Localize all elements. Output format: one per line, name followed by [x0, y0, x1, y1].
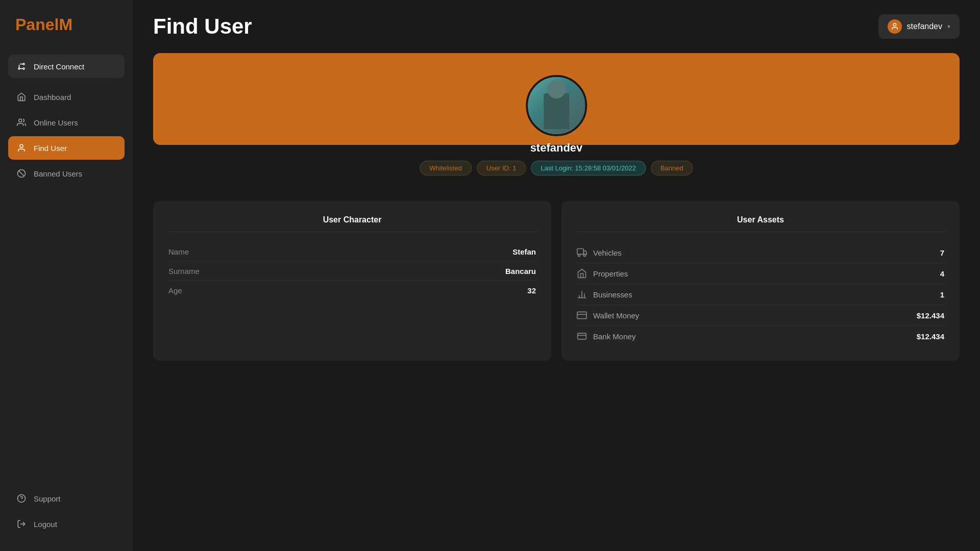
logo: PanelM	[0, 15, 133, 55]
logout-icon	[16, 519, 27, 529]
bank-icon	[577, 331, 587, 341]
avatar-small	[888, 19, 902, 34]
character-age-row: Age 32	[168, 281, 536, 300]
bank-value: $12.434	[917, 332, 944, 341]
user-name: stefandev	[907, 22, 942, 31]
chevron-down-icon: ▾	[947, 23, 950, 30]
user-dropdown[interactable]: stefandev ▾	[878, 14, 960, 39]
asset-vehicles-row: Vehicles 7	[577, 242, 944, 263]
profile-username: stefandev	[530, 141, 583, 155]
svg-point-16	[583, 254, 585, 256]
svg-point-2	[23, 68, 24, 69]
asset-vehicles-left: Vehicles	[577, 247, 622, 258]
name-label: Name	[168, 247, 189, 256]
main-content: Find User stefandev ▾ stefandev Whitelis…	[133, 0, 980, 551]
properties-label: Properties	[593, 269, 628, 278]
businesses-value: 1	[940, 290, 944, 299]
profile-badges: Whitelisted User ID: 1 Last Login: 15:28…	[420, 161, 693, 176]
bottom-nav: Support Logout	[0, 487, 133, 536]
vehicles-label: Vehicles	[593, 248, 622, 257]
bank-label: Bank Money	[593, 332, 635, 341]
badge-whitelisted: Whitelisted	[420, 161, 472, 176]
avatar-container: stefandev Whitelisted User ID: 1 Last Lo…	[420, 75, 693, 176]
asset-wallet-row: Wallet Money $12.434	[577, 305, 944, 326]
asset-businesses-left: Businesses	[577, 289, 632, 299]
sidebar-item-label: Dashboard	[34, 93, 71, 102]
svg-point-0	[18, 68, 20, 69]
sidebar-item-find-user[interactable]: Find User	[8, 136, 125, 160]
sidebar-item-banned-users[interactable]: Banned Users	[8, 162, 125, 185]
user-character-title: User Character	[168, 215, 536, 232]
svg-rect-14	[577, 249, 584, 255]
svg-line-9	[19, 171, 24, 177]
sidebar-item-label: Online Users	[34, 118, 78, 127]
age-label: Age	[168, 286, 182, 295]
surname-value: Bancaru	[505, 267, 536, 276]
page-title: Find User	[153, 14, 252, 39]
svg-rect-21	[577, 312, 586, 318]
users-icon	[16, 117, 27, 128]
home-icon	[16, 92, 27, 102]
support-icon	[16, 493, 27, 504]
badge-banned: Banned	[651, 161, 693, 176]
badge-userid: User ID: 1	[477, 161, 526, 176]
svg-point-7	[20, 144, 23, 147]
asset-wallet-left: Wallet Money	[577, 310, 639, 320]
logo-text: Panel	[15, 15, 59, 34]
asset-bank-row: Bank Money $12.434	[577, 326, 944, 346]
surname-label: Surname	[168, 267, 200, 276]
sidebar-item-direct-connect[interactable]: Direct Connect	[8, 55, 125, 78]
asset-properties-row: Properties 4	[577, 263, 944, 284]
name-value: Stefan	[512, 247, 536, 256]
sidebar-item-label: Logout	[34, 520, 57, 529]
ban-icon	[16, 168, 27, 179]
businesses-label: Businesses	[593, 290, 632, 299]
badge-last-login: Last Login: 15:28:58 03/01/2022	[531, 161, 646, 176]
svg-point-6	[19, 119, 22, 122]
profile-banner: stefandev Whitelisted User ID: 1 Last Lo…	[153, 53, 960, 145]
properties-icon	[577, 268, 587, 279]
page-header: Find User stefandev ▾	[133, 0, 980, 53]
user-character-card: User Character Name Stefan Surname Banca…	[153, 201, 551, 361]
businesses-icon	[577, 289, 587, 299]
logo-accent: M	[59, 15, 72, 34]
character-surname-row: Surname Bancaru	[168, 262, 536, 281]
sidebar-item-label: Direct Connect	[34, 62, 84, 71]
asset-bank-left: Bank Money	[577, 331, 635, 341]
vehicles-value: 7	[940, 248, 944, 257]
svg-rect-22	[578, 333, 586, 339]
sidebar-item-label: Find User	[34, 144, 67, 153]
sidebar-item-online-users[interactable]: Online Users	[8, 111, 125, 134]
find-user-icon	[16, 143, 27, 153]
avatar-image	[528, 77, 585, 134]
avatar	[526, 75, 587, 136]
svg-point-15	[578, 254, 580, 256]
character-name-row: Name Stefan	[168, 242, 536, 262]
sidebar-item-logout[interactable]: Logout	[8, 512, 125, 536]
sidebar-item-dashboard[interactable]: Dashboard	[8, 85, 125, 109]
main-nav: Direct Connect Dashboard Online Users	[0, 55, 133, 487]
asset-properties-left: Properties	[577, 268, 628, 279]
user-assets-card: User Assets Vehicles 7	[561, 201, 960, 361]
sidebar-item-support[interactable]: Support	[8, 487, 125, 510]
svg-point-13	[893, 23, 896, 26]
age-value: 32	[527, 286, 536, 295]
asset-businesses-row: Businesses 1	[577, 284, 944, 305]
wallet-label: Wallet Money	[593, 311, 639, 320]
sidebar: PanelM Direct Connect Dashboard	[0, 0, 133, 551]
sidebar-item-label: Banned Users	[34, 169, 82, 178]
user-assets-title: User Assets	[577, 215, 944, 232]
svg-point-1	[23, 63, 24, 65]
sidebar-item-label: Support	[34, 494, 61, 503]
properties-value: 4	[940, 269, 944, 278]
vehicle-icon	[577, 247, 587, 258]
cards-row: User Character Name Stefan Surname Banca…	[153, 201, 960, 361]
wallet-icon	[577, 310, 587, 320]
graph-icon	[16, 61, 27, 71]
wallet-value: $12.434	[917, 311, 944, 320]
content-area: stefandev Whitelisted User ID: 1 Last Lo…	[133, 53, 980, 381]
